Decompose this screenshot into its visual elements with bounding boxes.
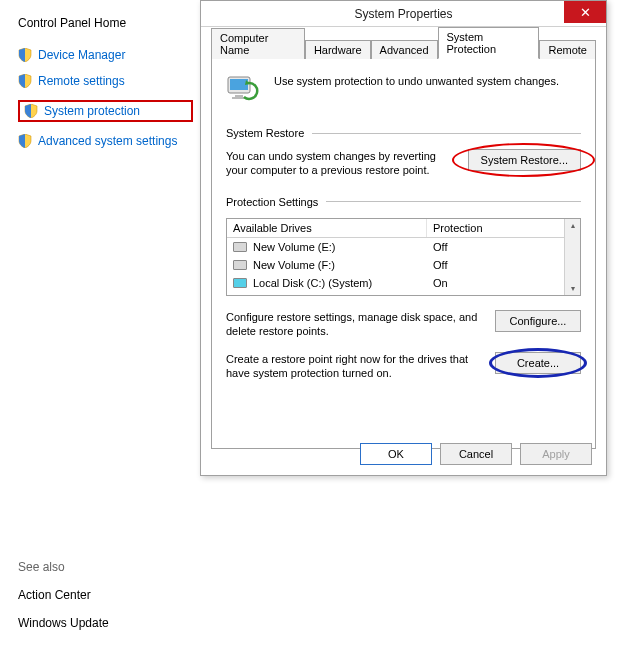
system-restore-button[interactable]: System Restore...: [468, 149, 581, 171]
see-also-heading: See also: [18, 560, 193, 574]
nav-label: System protection: [44, 104, 140, 118]
cancel-button[interactable]: Cancel: [440, 443, 512, 465]
nav-list: Device Manager Remote settings System pr…: [18, 48, 193, 148]
ok-button[interactable]: OK: [360, 443, 432, 465]
close-icon: ✕: [580, 5, 591, 20]
drive-protection: Off: [427, 259, 564, 271]
nav-item-system-protection[interactable]: System protection: [18, 100, 193, 122]
drive-name: Local Disk (C:) (System): [253, 277, 372, 289]
configure-button[interactable]: Configure...: [495, 310, 581, 332]
close-button[interactable]: ✕: [564, 1, 606, 23]
dialog-buttons: OK Cancel Apply: [360, 443, 592, 465]
system-properties-dialog: System Properties ✕ Computer Name Hardwa…: [200, 0, 607, 476]
see-also-section: See also Action Center Windows Update: [18, 560, 193, 644]
see-also-windows-update[interactable]: Windows Update: [18, 616, 193, 630]
drive-name: New Volume (F:): [253, 259, 335, 271]
drive-icon: [233, 242, 247, 252]
scrollbar[interactable]: ▴ ▾: [564, 219, 580, 295]
intro-text: Use system protection to undo unwanted s…: [274, 73, 559, 103]
tab-remote[interactable]: Remote: [539, 40, 596, 59]
create-text: Create a restore point right now for the…: [226, 352, 483, 381]
tab-system-protection[interactable]: System Protection: [438, 27, 540, 59]
svg-rect-2: [235, 95, 243, 97]
drive-icon: [233, 278, 247, 288]
nav-label: Advanced system settings: [38, 134, 177, 148]
system-restore-group: System Restore You can undo system chang…: [226, 127, 581, 178]
nav-item-remote-settings[interactable]: Remote settings: [18, 74, 193, 88]
nav-label: Remote settings: [38, 74, 125, 88]
configure-text: Configure restore settings, manage disk …: [226, 310, 483, 339]
tab-panel: Use system protection to undo unwanted s…: [211, 59, 596, 449]
scroll-up-icon: ▴: [571, 221, 575, 230]
apply-button[interactable]: Apply: [520, 443, 592, 465]
drives-header: Available Drives Protection: [227, 219, 564, 238]
drive-protection: On: [427, 277, 564, 289]
see-also-action-center[interactable]: Action Center: [18, 588, 193, 602]
system-protection-icon: [226, 73, 260, 103]
shield-icon: [18, 74, 32, 88]
drive-icon: [233, 260, 247, 270]
nav-label: Device Manager: [38, 48, 125, 62]
nav-item-device-manager[interactable]: Device Manager: [18, 48, 193, 62]
scroll-down-icon: ▾: [571, 284, 575, 293]
tab-advanced[interactable]: Advanced: [371, 40, 438, 59]
shield-icon: [18, 134, 32, 148]
shield-icon: [18, 48, 32, 62]
create-button[interactable]: Create...: [495, 352, 581, 374]
titlebar: System Properties ✕: [201, 1, 606, 27]
tab-computer-name[interactable]: Computer Name: [211, 28, 305, 59]
shield-icon: [24, 104, 38, 118]
divider: [312, 133, 581, 134]
drive-row[interactable]: New Volume (F:) Off: [227, 256, 564, 274]
tab-hardware[interactable]: Hardware: [305, 40, 371, 59]
dialog-title: System Properties: [354, 7, 452, 21]
col-protection: Protection: [427, 219, 564, 237]
control-panel-home-heading: Control Panel Home: [18, 16, 193, 30]
protection-settings-group: Protection Settings Available Drives Pro…: [226, 196, 581, 381]
drive-row[interactable]: New Volume (E:) Off: [227, 238, 564, 256]
nav-item-advanced-settings[interactable]: Advanced system settings: [18, 134, 193, 148]
drive-row[interactable]: Local Disk (C:) (System) On: [227, 274, 564, 292]
tab-strip: Computer Name Hardware Advanced System P…: [211, 37, 596, 59]
system-restore-legend: System Restore: [226, 127, 304, 139]
divider: [326, 201, 581, 202]
protection-settings-legend: Protection Settings: [226, 196, 318, 208]
drive-name: New Volume (E:): [253, 241, 336, 253]
drives-list[interactable]: Available Drives Protection New Volume (…: [226, 218, 581, 296]
restore-description: You can undo system changes by reverting…: [226, 149, 458, 178]
drive-protection: Off: [427, 241, 564, 253]
col-available-drives: Available Drives: [227, 219, 427, 237]
